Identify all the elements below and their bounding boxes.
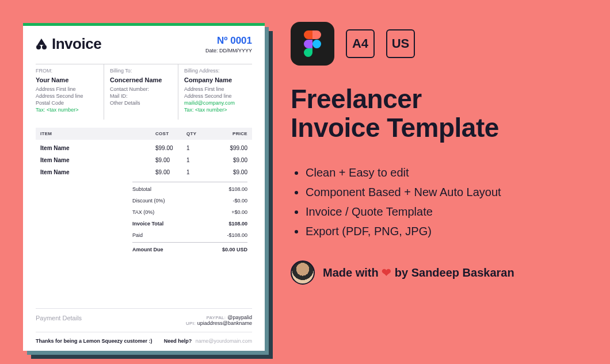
item-row: Item Name $9.00 1 $9.00 [40,154,247,166]
items-header: ITEM COST QTY PRICE [36,128,252,140]
from-label: FROM: [36,68,98,74]
author-avatar [291,260,315,285]
invoice-page: Invoice Nº 0001 Date: DD/MM/YYYY FROM: Y… [23,23,265,351]
from-block: FROM: Your Name Address First line Addre… [36,64,104,120]
billing-to-label: Billing To: [110,68,172,74]
invoice-logo-icon [36,39,47,50]
heart-icon: ❤ [382,266,391,279]
billing-address-label: Billing Address: [184,68,246,74]
invoice-accent-bar [23,23,265,26]
size-badge-a4: A4 [346,29,375,58]
item-row: Item Name $9.00 1 $9.00 [40,166,247,178]
headline: Freelancer Invoice Template [291,85,590,142]
invoice-title: Invoice [52,35,101,53]
item-row: Item Name $99.00 1 $99.00 [40,142,247,154]
invoice-number: Nº 0001 [205,35,252,47]
payment-title: Payment Details [36,315,82,321]
figma-icon [291,22,334,66]
billing-to-name: Concerned Name [110,76,172,83]
feature-item: Clean + Easy to edit [306,163,590,182]
author-credit: Made with ❤ by Sandeep Baskaran [291,260,590,285]
invoice-preview: Invoice Nº 0001 Date: DD/MM/YYYY FROM: Y… [23,23,265,351]
thanks-message: Thanks for being a Lemon Squeezy custome… [36,338,152,344]
from-name: Your Name [36,76,98,83]
feature-item: Export (PDF, PNG, JPG) [306,221,590,241]
help-email: name@yourdomain.com [196,338,252,344]
feature-item: Component Based + New Auto Layout [306,182,590,202]
feature-item: Invoice / Quote Template [306,202,590,221]
billing-to-block: Billing To: Concerned Name Contact Numbe… [104,64,178,120]
feature-list: Clean + Easy to edit Component Based + N… [291,163,590,241]
size-badge-us: US [386,29,415,58]
billing-address-block: Billing Address: Company Name Address Fi… [178,64,252,120]
payment-details: Payment Details PAYPAL:@paypalid UPI:upi… [36,308,252,332]
invoice-date: Date: DD/MM/YYYY [205,48,252,53]
billing-address-name: Company Name [184,76,246,83]
need-help-label: Need help? [164,338,192,344]
